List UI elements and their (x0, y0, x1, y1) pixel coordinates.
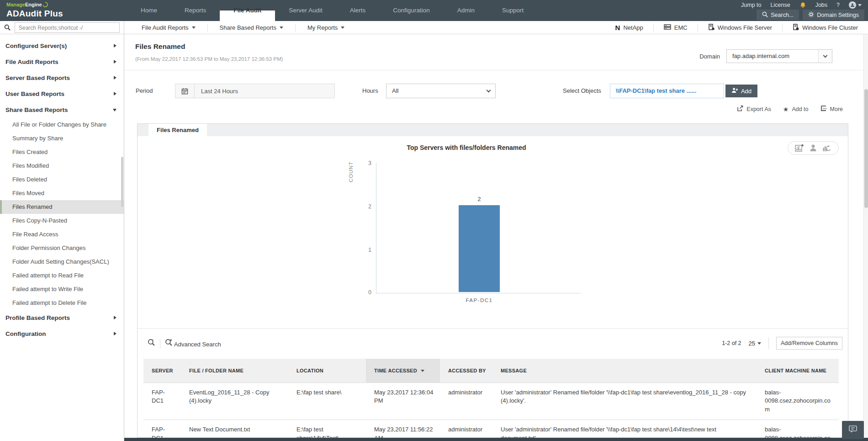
select-objects-label: Select Objects (563, 87, 601, 94)
sidebar-item-files-modified[interactable]: Files Modified (0, 159, 124, 173)
notification-bell-icon[interactable] (799, 2, 806, 9)
cell-server: FAP-DC1 (143, 383, 181, 420)
more-button[interactable]: More (820, 105, 843, 113)
sidebar-section-configuration[interactable]: Configuration (0, 326, 124, 342)
help-link[interactable]: ? (836, 2, 840, 8)
scrollbar-thumb[interactable] (864, 89, 868, 208)
column-header-accessed-by[interactable]: ACCESSED BY (440, 359, 492, 383)
windows-file-cluster-link[interactable]: Windows File Cluster (783, 24, 858, 32)
advanced-search-icon[interactable] (165, 339, 173, 348)
sidebar-item-folder-permission-changes[interactable]: Folder Permission Changes (0, 241, 124, 255)
sidebar-scrollbar[interactable] (121, 157, 123, 207)
chart-x-axis (376, 293, 581, 293)
license-link[interactable]: License (771, 2, 790, 8)
adaudit-plus-app: ManageEngine ADAudit Plus Home Reports F… (0, 0, 868, 441)
server-cluster-icon (793, 24, 799, 32)
sidebar-item-file-read-access[interactable]: File Read Access (0, 228, 124, 241)
share-based-reports-list: All File or Folder Changes by Share Summ… (0, 118, 124, 310)
sidebar-section-user-based-reports[interactable]: User Based Reports (0, 86, 124, 102)
chart-y-axis (376, 163, 376, 293)
page-scrollbar[interactable] (863, 34, 868, 438)
nav-tab-server-audit[interactable]: Server Audit (275, 0, 336, 21)
column-header-client-machine-name[interactable]: CLIENT MACHINE NAME (757, 359, 839, 383)
nav-tab-home[interactable]: Home (127, 0, 171, 21)
chevron-down-icon (280, 27, 283, 29)
divider (138, 328, 848, 329)
sidebar-item-summary-by-share[interactable]: Summary by Share (0, 132, 124, 145)
sidebar-section-profile-based-reports[interactable]: Profile Based Reports (0, 310, 124, 326)
cell-message: User 'administrator' Renamed file/folder… (492, 383, 757, 420)
column-header-file-folder-name[interactable]: FILE / FOLDER NAME (181, 359, 288, 383)
refresh-chart-icon[interactable] (822, 144, 831, 152)
sidebar-section-server-based-reports[interactable]: Server Based Reports (0, 70, 124, 86)
nav-tab-reports[interactable]: Reports (171, 0, 220, 21)
jobs-link[interactable]: Jobs (815, 2, 827, 8)
domain-select[interactable]: fap.adap.internal.com (726, 49, 832, 63)
global-search-button[interactable]: Search... (757, 10, 799, 20)
sidebar-item-files-renamed[interactable]: Files Renamed (0, 200, 124, 214)
sidebar-item-failed-attempt-read[interactable]: Failed attempt to Read File (0, 269, 124, 282)
column-header-time-accessed[interactable]: TIME ACCESSED (366, 359, 440, 383)
topbar-buttons: Search... Domain Settings (757, 10, 864, 20)
feedback-button[interactable] (842, 421, 864, 439)
add-objects-button[interactable]: Add (725, 85, 757, 97)
gear-icon (808, 11, 814, 19)
period-value: Last 24 Hours (195, 88, 238, 95)
sidebar: Configured Server(s) File Audit Reports … (0, 34, 124, 441)
emc-link[interactable]: EMC (654, 24, 698, 32)
sidebar-section-file-audit-reports[interactable]: File Audit Reports (0, 54, 124, 70)
chevron-right-icon (114, 60, 116, 64)
column-header-server[interactable]: SERVER (143, 359, 181, 383)
column-header-message[interactable]: MESSAGE (492, 359, 757, 383)
export-as-button[interactable]: Export As (737, 105, 771, 113)
add-to-button[interactable]: ★Add to (783, 106, 809, 112)
nav-tab-file-audit[interactable]: File Audit (220, 0, 275, 21)
sidebar-item-all-file-or-folder-changes[interactable]: All File or Folder Changes by Share (0, 118, 124, 132)
sidebar-item-files-moved[interactable]: Files Moved (0, 186, 124, 200)
column-header-location[interactable]: LOCATION (288, 359, 366, 383)
add-chart-icon[interactable] (795, 144, 804, 152)
page-size-select[interactable]: 25 (749, 340, 761, 347)
hours-select-wrap: All (386, 84, 496, 98)
sidebar-item-folder-audit-setting-changes[interactable]: Folder Audit Setting Changes(SACL) (0, 255, 124, 269)
speech-bubble-icon (848, 425, 857, 435)
tab-files-renamed[interactable]: Files Renamed (148, 124, 207, 136)
report-search-input[interactable] (15, 22, 120, 33)
windows-file-server-link[interactable]: Windows File Server (698, 24, 783, 32)
user-chart-icon[interactable] (809, 144, 817, 152)
advanced-search-link[interactable]: Advanced Search (174, 341, 221, 348)
netapp-link[interactable]: NNetApp (605, 24, 654, 32)
domain-settings-button[interactable]: Domain Settings (803, 10, 864, 20)
nav-tab-support[interactable]: Support (488, 0, 537, 21)
cell-location: E:\fap test share\ (288, 383, 366, 420)
chart-bar[interactable] (459, 205, 500, 292)
quick-search-icon[interactable] (148, 339, 155, 348)
sidebar-item-files-deleted[interactable]: Files Deleted (0, 173, 124, 186)
sidebar-section-share-based-reports[interactable]: Share Based Reports (0, 102, 124, 118)
select-objects-value[interactable]: \\FAP-DC1\fap test share ...... (610, 84, 724, 98)
sidebar-item-files-created[interactable]: Files Created (0, 145, 124, 159)
user-menu[interactable] (849, 1, 862, 9)
hours-select[interactable]: All (386, 84, 496, 98)
sidebar-item-failed-attempt-write[interactable]: Failed attempt to Write File (0, 282, 124, 296)
main-content: Files Renamed (From May 22,2017 12:36:53… (124, 34, 863, 441)
divider (768, 337, 769, 349)
nav-tab-admin[interactable]: Admin (444, 0, 488, 21)
nav-tab-configuration[interactable]: Configuration (379, 0, 443, 21)
menu-my-reports[interactable]: My Reports (296, 24, 356, 32)
sidebar-item-files-copy-n-pasted[interactable]: Files Copy-N-Pasted (0, 214, 124, 228)
nav-tab-alerts[interactable]: Alerts (336, 0, 380, 21)
star-icon: ★ (783, 106, 789, 112)
period-picker[interactable]: Last 24 Hours (175, 84, 335, 98)
menu-file-audit-reports[interactable]: File Audit Reports (130, 24, 208, 32)
jump-to-link[interactable]: Jump to (741, 2, 761, 8)
chevron-right-icon (114, 92, 116, 96)
sidebar-item-failed-attempt-delete[interactable]: Failed attempt to Delete File (0, 296, 124, 310)
sidebar-section-configured-servers[interactable]: Configured Server(s) (0, 38, 124, 54)
table-row[interactable]: FAP-DC1 EventLog_2016_11_28 - Copy (4).l… (143, 383, 839, 420)
cell-accessed-by: administrator (440, 383, 492, 420)
add-remove-columns-button[interactable]: Add/Remove Columns (776, 337, 842, 350)
filter-row: Period Last 24 Hours Hours All Select Ob… (124, 84, 863, 99)
netapp-icon: N (615, 24, 620, 32)
menu-share-based-reports[interactable]: Share Based Reports (208, 24, 296, 32)
